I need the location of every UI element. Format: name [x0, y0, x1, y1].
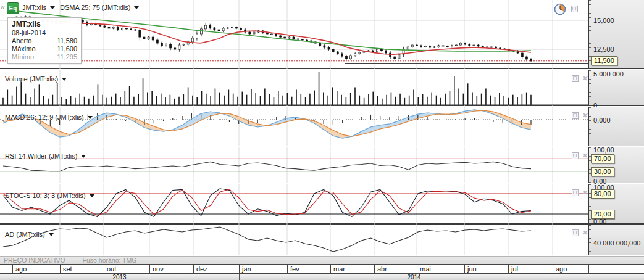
- close-panel-icon[interactable]: ✕: [582, 230, 587, 236]
- month-label: ago: [553, 265, 588, 273]
- ad-gridlines: [60, 224, 553, 255]
- chevron-down-icon: [88, 116, 93, 119]
- month-label: jul: [508, 265, 553, 273]
- close-panel-icon[interactable]: ✕: [582, 113, 587, 118]
- price-series: [0, 11, 588, 64]
- chevron-down-icon: [81, 155, 86, 158]
- rsi-indicator-label: RSI 14 Wilder (JMT:xlis): [5, 152, 77, 160]
- stoc-gridlines: [60, 184, 553, 224]
- chevron-down-icon: [134, 6, 139, 9]
- stochastic-indicator-label: STOC-S 10; 3; 3 (JMT:xlis): [5, 192, 86, 199]
- month-label: out: [104, 265, 149, 273]
- restore-panel-icon[interactable]: [572, 112, 579, 119]
- chevron-down-icon: [62, 78, 67, 81]
- status-bar: PREÇO INDICATIVO Fuso horário: TMG: [0, 256, 644, 264]
- equity-type-badge: Eq: [7, 2, 19, 14]
- rsi-gridlines: [60, 147, 553, 183]
- month-label: jun: [464, 265, 508, 273]
- month-label: set: [60, 265, 104, 273]
- time-axis-months[interactable]: agosetoutnovdezjanfevmarabrmaijunjulago: [0, 264, 644, 274]
- chart-canvas[interactable]: [0, 0, 644, 280]
- tooltip-symbol: JMT:xlis: [12, 20, 77, 28]
- tooltip-row: Máximo11,600: [12, 45, 77, 52]
- ad-series: [3, 227, 531, 252]
- chevron-down-icon: [90, 194, 94, 197]
- month-label: fev: [287, 265, 330, 273]
- indicative-price-label: PREÇO INDICATIVO: [4, 257, 65, 264]
- month-label: abr: [374, 265, 417, 273]
- macd-gridlines: [60, 107, 553, 146]
- watermark-text: w: [1, 4, 5, 10]
- symbol-label: JMT:xlis: [22, 4, 46, 11]
- macd-indicator-dropdown[interactable]: MACD 26; 12; 9 (JMT:xlis): [5, 113, 93, 121]
- overlay-indicator-dropdown[interactable]: DSMA 25; 75 (JMT:xlis): [60, 4, 139, 11]
- session-clock-icon[interactable]: [553, 2, 567, 16]
- ad-indicator-dropdown[interactable]: AD (JMT:xlis): [5, 231, 54, 238]
- month-label: mar: [330, 265, 374, 273]
- month-label: dez: [193, 265, 239, 273]
- year-label: 2013: [0, 274, 239, 280]
- tooltip-date: 08-jul-2014: [12, 29, 77, 36]
- month-label-empty: [588, 265, 644, 273]
- close-panel-icon[interactable]: ✕: [582, 76, 587, 81]
- restore-panel-icon[interactable]: [572, 189, 579, 196]
- year-label: 2014: [239, 274, 588, 280]
- month-label: ago: [12, 265, 60, 273]
- charting-workspace: 15,00012,50011,500 Volume (JMT:xlis) ✕ 5…: [0, 0, 644, 280]
- rsi-indicator-dropdown[interactable]: RSI 14 Wilder (JMT:xlis): [5, 152, 86, 160]
- volume-indicator-dropdown[interactable]: Volume (JMT:xlis): [5, 75, 67, 83]
- tooltip-row: Aberto11,580: [12, 37, 77, 44]
- symbol-dropdown[interactable]: JMT:xlis: [22, 4, 55, 11]
- rsi-series: [0, 159, 588, 171]
- close-panel-icon[interactable]: ✕: [582, 190, 587, 196]
- volume-indicator-label: Volume (JMT:xlis): [5, 75, 58, 83]
- tooltip-row: Mínimo11,295: [12, 53, 77, 60]
- month-label: mai: [417, 265, 464, 273]
- month-label: jan: [239, 265, 287, 273]
- restore-panel-icon[interactable]: [572, 229, 579, 236]
- chevron-down-icon: [50, 6, 55, 9]
- ad-indicator-label: AD (JMT:xlis): [5, 231, 45, 238]
- macd-indicator-label: MACD 26; 12; 9 (JMT:xlis): [5, 113, 84, 121]
- restore-panel-icon[interactable]: [571, 6, 578, 12]
- restore-panel-icon[interactable]: [572, 152, 579, 159]
- timezone-label: Fuso horário: TMG: [83, 257, 137, 264]
- stochastic-indicator-dropdown[interactable]: STOC-S 10; 3; 3 (JMT:xlis): [5, 192, 94, 199]
- time-axis-years[interactable]: 20132014: [0, 274, 644, 280]
- volume-series: [0, 72, 588, 105]
- month-label: nov: [149, 265, 193, 273]
- chevron-down-icon: [49, 233, 54, 236]
- overlay-indicator-label: DSMA 25; 75 (JMT:xlis): [60, 4, 130, 11]
- price-tooltip: JMT:xlis 08-jul-2014 Aberto11,580Máximo1…: [7, 17, 82, 64]
- close-panel-icon[interactable]: ✕: [582, 153, 587, 159]
- restore-panel-icon[interactable]: [572, 75, 579, 82]
